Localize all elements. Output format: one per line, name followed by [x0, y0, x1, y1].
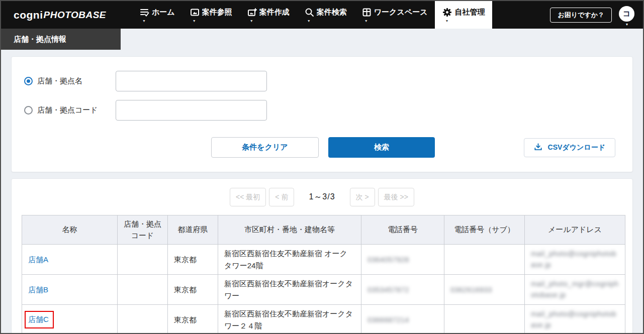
cell-address: 新宿区西新宿住友不動産新宿 オークタワー24階	[218, 245, 361, 275]
cell-prefecture: 東京都	[168, 245, 218, 275]
header-name: 名称	[22, 215, 118, 245]
nav-item-label: 自社管理	[454, 8, 485, 17]
page-tab-store-info: 店舗・拠点情報	[1, 29, 121, 50]
cell-phone-redacted: 0353457872	[361, 275, 444, 305]
chevron-down-icon: ▼	[193, 19, 232, 23]
search-icon	[305, 8, 314, 17]
nav-menu: ホーム ▼ 案件参照 ▼ 案件作成 ▼	[132, 1, 492, 29]
radio-store-code-label: 店舗・拠点コード	[37, 105, 116, 115]
clear-conditions-button[interactable]: 条件をクリア	[211, 137, 319, 158]
workspace-grid-icon	[362, 8, 372, 17]
chevron-down-icon: ▼	[445, 19, 485, 23]
table-row: 店舗A 東京都 新宿区西新宿住友不動産新宿 オークタワー24階 03640579…	[22, 245, 625, 275]
avatar-letter: コ	[623, 9, 630, 19]
cell-email-redacted: mail_photo@cogniphotobase.jp	[525, 305, 625, 334]
store-link[interactable]: 店舗A	[28, 255, 48, 264]
store-link[interactable]: 店舗B	[28, 285, 48, 294]
pagination-prev-button[interactable]: < 前	[269, 188, 294, 206]
cell-phone-sub-redacted	[444, 305, 525, 334]
pagination-range-label: 1～3/3	[309, 192, 335, 202]
header-prefecture: 都道府県	[168, 215, 218, 245]
gear-icon	[442, 8, 452, 17]
list-check-icon	[140, 8, 149, 17]
logo-text-photobase: PHOTOBASE	[44, 10, 107, 21]
search-row-name: 店舗・拠点名	[24, 70, 620, 91]
store-name-input[interactable]	[116, 71, 267, 91]
stores-table: 名称 店舗・拠点コード 都道府県 市区町村・番地・建物名等 電話番号 電話番号（…	[22, 215, 625, 334]
cell-store-name: 店舗A	[22, 245, 118, 275]
cell-address: 新宿区西新宿住友不動産新宿オークタワー	[218, 275, 361, 305]
cell-phone-sub-redacted: 0362616933	[444, 275, 525, 305]
cell-email-redacted: mail_photo_mgr@cogniphotobase.jp	[525, 275, 625, 305]
chevron-down-icon: ▼	[364, 19, 428, 23]
radio-store-code[interactable]	[24, 106, 33, 115]
search-actions: 条件をクリア 検索 CSVダウンロード	[24, 137, 620, 158]
store-link[interactable]: 店舗C	[28, 315, 49, 323]
cell-store-code	[118, 275, 168, 305]
table-row: 店舗B 東京都 新宿区西新宿住友不動産新宿オークタワー 0353457872 0…	[22, 275, 625, 305]
app-logo: cogniPHOTOBASE	[1, 1, 106, 29]
cell-store-code	[118, 245, 168, 275]
cell-phone-redacted: 0366687214	[361, 305, 444, 334]
logo-text-cogni: cogni	[14, 9, 43, 21]
highlight-annotation-box: 店舗C	[25, 311, 54, 328]
header-address: 市区町村・番地・建物名等	[218, 215, 361, 245]
table-row: 店舗C 東京都 新宿区西新宿住友不動産新宿オークタワー２４階 036668721…	[22, 305, 625, 334]
nav-item-label: 案件作成	[259, 8, 290, 17]
image-plus-icon	[247, 8, 257, 17]
nav-item-company-admin[interactable]: 自社管理 ▼	[435, 1, 492, 29]
nav-item-case-view[interactable]: 案件参照 ▼	[182, 1, 240, 29]
table-header-row: 名称 店舗・拠点コード 都道府県 市区町村・番地・建物名等 電話番号 電話番号（…	[22, 215, 625, 245]
pagination-last-button[interactable]: 最後 >>	[378, 188, 414, 206]
nav-item-label: 案件参照	[202, 8, 232, 17]
header-phone-sub: 電話番号（サブ）	[444, 215, 525, 245]
nav-item-label: 案件検索	[317, 8, 347, 17]
nav-item-case-create[interactable]: 案件作成 ▼	[240, 1, 297, 29]
search-panel: 店舗・拠点名 店舗・拠点コード 条件をクリア 検索 CSVダウンロード	[11, 56, 633, 172]
cell-prefecture: 東京都	[168, 305, 218, 334]
pagination: << 最初 < 前 1～3/3 次 > 最後 >>	[22, 188, 622, 206]
search-button[interactable]: 検索	[328, 137, 435, 158]
csv-download-button[interactable]: CSVダウンロード	[524, 138, 615, 157]
nav-item-label: ワークスペース	[374, 8, 428, 17]
chevron-down-icon: ▼	[307, 19, 347, 23]
nav-item-home[interactable]: ホーム ▼	[132, 1, 182, 29]
cell-phone-sub-redacted	[444, 245, 525, 275]
cell-store-name: 店舗C	[22, 305, 118, 334]
pagination-first-button[interactable]: << 最初	[230, 188, 266, 206]
results-panel: << 最初 < 前 1～3/3 次 > 最後 >> 名称 店舗・拠点コード 都道…	[11, 178, 633, 334]
cell-prefecture: 東京都	[168, 275, 218, 305]
cell-address: 新宿区西新宿住友不動産新宿オークタワー２４階	[218, 305, 361, 334]
download-icon	[534, 143, 542, 153]
chevron-down-icon: ▼	[250, 19, 290, 23]
header-phone: 電話番号	[361, 215, 444, 245]
csv-download-label: CSVダウンロード	[548, 143, 605, 152]
cell-email-redacted: mail_photo@cogniphotobase.jp	[525, 245, 625, 275]
chevron-down-icon: ▼	[142, 19, 175, 23]
cell-store-code	[118, 305, 168, 334]
image-icon	[190, 8, 200, 17]
avatar[interactable]: コ	[619, 6, 634, 22]
chevron-down-icon: ▼	[619, 23, 635, 27]
pagination-next-button[interactable]: 次 >	[350, 188, 375, 206]
help-button[interactable]: お困りですか？	[550, 8, 612, 23]
nav-item-workspace[interactable]: ワークスペース ▼	[354, 1, 435, 29]
cell-phone-redacted: 0364057928	[361, 245, 444, 275]
user-menu[interactable]: コ ▼	[619, 6, 635, 27]
nav-item-case-search[interactable]: 案件検索 ▼	[297, 1, 354, 29]
search-row-code: 店舗・拠点コード	[24, 99, 620, 121]
store-code-input[interactable]	[116, 100, 267, 121]
header-store-code: 店舗・拠点コード	[118, 215, 168, 245]
nav-item-label: ホーム	[152, 8, 175, 17]
header-email: メールアドレス	[525, 215, 625, 245]
page-title: 店舗・拠点情報	[14, 35, 66, 44]
top-navigation-bar: cogniPHOTOBASE ホーム ▼ 案件参照 ▼	[1, 1, 643, 29]
radio-store-name-label: 店舗・拠点名	[37, 76, 116, 86]
cell-store-name: 店舗B	[22, 275, 118, 305]
radio-store-name[interactable]	[24, 77, 33, 85]
